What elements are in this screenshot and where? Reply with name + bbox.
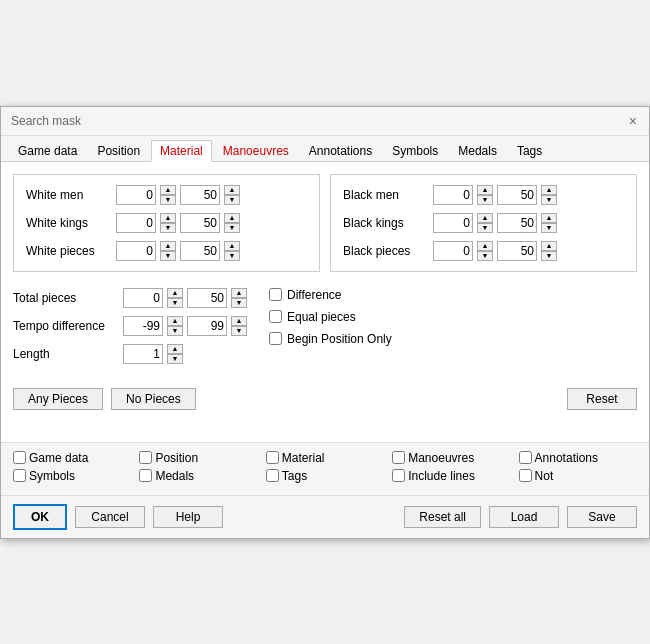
white-men-min-down[interactable]: ▼: [160, 195, 176, 205]
save-button[interactable]: Save: [567, 506, 637, 528]
difference-checkbox[interactable]: [269, 288, 282, 301]
bottom-include-lines-label[interactable]: Include lines: [408, 469, 475, 483]
black-pieces-max-input[interactable]: [497, 241, 537, 261]
black-men-min-up[interactable]: ▲: [477, 185, 493, 195]
tab-medals[interactable]: Medals: [449, 140, 506, 161]
tab-material[interactable]: Material: [151, 140, 212, 162]
bottom-medals-checkbox[interactable]: [139, 469, 152, 482]
black-men-max-down[interactable]: ▼: [541, 195, 557, 205]
black-men-max-input[interactable]: [497, 185, 537, 205]
white-pieces-max-down[interactable]: ▼: [224, 251, 240, 261]
black-men-min-input[interactable]: [433, 185, 473, 205]
black-kings-max-input[interactable]: [497, 213, 537, 233]
white-kings-min-input[interactable]: [116, 213, 156, 233]
white-pieces-max-up[interactable]: ▲: [224, 241, 240, 251]
black-pieces-max-down[interactable]: ▼: [541, 251, 557, 261]
bottom-symbols-checkbox[interactable]: [13, 469, 26, 482]
white-kings-max-down[interactable]: ▼: [224, 223, 240, 233]
bottom-game-data-checkbox[interactable]: [13, 451, 26, 464]
bottom-tags-checkbox[interactable]: [266, 469, 279, 482]
total-pieces-min-down[interactable]: ▼: [167, 298, 183, 308]
black-kings-max-down[interactable]: ▼: [541, 223, 557, 233]
any-pieces-button[interactable]: Any Pieces: [13, 388, 103, 410]
black-kings-max-up[interactable]: ▲: [541, 213, 557, 223]
length-up[interactable]: ▲: [167, 344, 183, 354]
tempo-diff-min-input[interactable]: [123, 316, 163, 336]
white-men-min-up[interactable]: ▲: [160, 185, 176, 195]
white-men-max-input[interactable]: [180, 185, 220, 205]
black-pieces-min-up[interactable]: ▲: [477, 241, 493, 251]
bottom-not-checkbox[interactable]: [519, 469, 532, 482]
white-kings-min-up[interactable]: ▲: [160, 213, 176, 223]
white-kings-max-input[interactable]: [180, 213, 220, 233]
cancel-button[interactable]: Cancel: [75, 506, 145, 528]
total-pieces-max-down[interactable]: ▼: [231, 298, 247, 308]
black-kings-min-input[interactable]: [433, 213, 473, 233]
equal-pieces-checkbox[interactable]: [269, 310, 282, 323]
reset-all-button[interactable]: Reset all: [404, 506, 481, 528]
tab-manoeuvres[interactable]: Manoeuvres: [214, 140, 298, 161]
length-input[interactable]: [123, 344, 163, 364]
bottom-material-checkbox[interactable]: [266, 451, 279, 464]
bottom-annotations-checkbox[interactable]: [519, 451, 532, 464]
bottom-position-checkbox[interactable]: [139, 451, 152, 464]
white-pieces-max-input[interactable]: [180, 241, 220, 261]
black-men-min-down[interactable]: ▼: [477, 195, 493, 205]
black-pieces-row: Black pieces ▲ ▼ ▲ ▼: [343, 241, 624, 261]
tab-tags[interactable]: Tags: [508, 140, 551, 161]
bottom-medals-label[interactable]: Medals: [155, 469, 194, 483]
black-kings-min-down[interactable]: ▼: [477, 223, 493, 233]
tempo-diff-min-up[interactable]: ▲: [167, 316, 183, 326]
bottom-material-label[interactable]: Material: [282, 451, 325, 465]
tempo-diff-max-input[interactable]: [187, 316, 227, 336]
help-button[interactable]: Help: [153, 506, 223, 528]
white-men-max-up[interactable]: ▲: [224, 185, 240, 195]
tab-annotations[interactable]: Annotations: [300, 140, 381, 161]
bottom-game-data-label[interactable]: Game data: [29, 451, 88, 465]
bottom-manoeuvres-label[interactable]: Manoeuvres: [408, 451, 474, 465]
bottom-position-label[interactable]: Position: [155, 451, 198, 465]
equal-pieces-label[interactable]: Equal pieces: [287, 310, 356, 324]
tab-position[interactable]: Position: [88, 140, 149, 161]
begin-position-checkbox[interactable]: [269, 332, 282, 345]
black-men-max-up[interactable]: ▲: [541, 185, 557, 195]
bottom-not-label[interactable]: Not: [535, 469, 554, 483]
black-pieces-min-input[interactable]: [433, 241, 473, 261]
black-kings-max-spinner: ▲ ▼: [497, 213, 557, 233]
white-pieces-min-down[interactable]: ▼: [160, 251, 176, 261]
tab-game-data[interactable]: Game data: [9, 140, 86, 161]
white-kings-max-up[interactable]: ▲: [224, 213, 240, 223]
total-pieces-min-spinner: ▲ ▼: [123, 288, 183, 308]
length-spinner: ▲ ▼: [123, 344, 183, 364]
tempo-diff-max-down[interactable]: ▼: [231, 326, 247, 336]
black-pieces-min-down[interactable]: ▼: [477, 251, 493, 261]
total-pieces-max-up[interactable]: ▲: [231, 288, 247, 298]
load-button[interactable]: Load: [489, 506, 559, 528]
no-pieces-button[interactable]: No Pieces: [111, 388, 196, 410]
ok-button[interactable]: OK: [13, 504, 67, 530]
white-pieces-min-up[interactable]: ▲: [160, 241, 176, 251]
reset-button[interactable]: Reset: [567, 388, 637, 410]
white-kings-min-down[interactable]: ▼: [160, 223, 176, 233]
tab-symbols[interactable]: Symbols: [383, 140, 447, 161]
difference-checkbox-row: Difference: [269, 288, 625, 302]
length-down[interactable]: ▼: [167, 354, 183, 364]
black-pieces-max-up[interactable]: ▲: [541, 241, 557, 251]
white-pieces-min-input[interactable]: [116, 241, 156, 261]
bottom-include-lines-checkbox[interactable]: [392, 469, 405, 482]
bottom-tags-label[interactable]: Tags: [282, 469, 307, 483]
tempo-diff-max-up[interactable]: ▲: [231, 316, 247, 326]
white-men-max-down[interactable]: ▼: [224, 195, 240, 205]
black-kings-min-up[interactable]: ▲: [477, 213, 493, 223]
total-pieces-min-input[interactable]: [123, 288, 163, 308]
total-pieces-min-up[interactable]: ▲: [167, 288, 183, 298]
bottom-manoeuvres-checkbox[interactable]: [392, 451, 405, 464]
bottom-symbols-label[interactable]: Symbols: [29, 469, 75, 483]
difference-label[interactable]: Difference: [287, 288, 341, 302]
close-button[interactable]: ×: [627, 113, 639, 129]
bottom-annotations-label[interactable]: Annotations: [535, 451, 598, 465]
tempo-diff-min-down[interactable]: ▼: [167, 326, 183, 336]
total-pieces-max-input[interactable]: [187, 288, 227, 308]
white-men-min-input[interactable]: [116, 185, 156, 205]
begin-position-label[interactable]: Begin Position Only: [287, 332, 392, 346]
